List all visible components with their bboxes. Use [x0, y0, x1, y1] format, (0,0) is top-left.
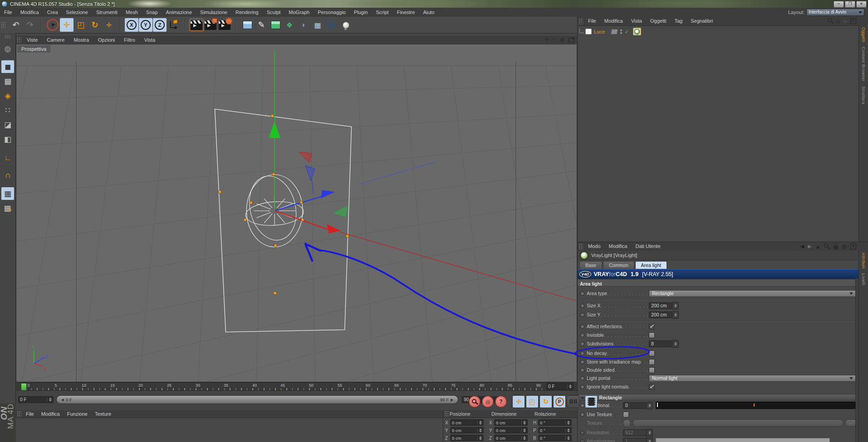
last-tool-button[interactable]: ✛ — [102, 18, 116, 32]
coordinate-system-button[interactable] — [167, 18, 181, 32]
viewport-3d[interactable]: Y Z X — [16, 44, 577, 382]
menu-sculpt[interactable]: Sculpt — [263, 8, 285, 17]
adaptiveness-field[interactable]: 1 — [623, 438, 647, 442]
anim-dot-icon[interactable] — [580, 304, 584, 308]
close-button[interactable]: × — [856, 1, 867, 8]
lock-x-axis-button[interactable]: X — [125, 18, 138, 32]
viewport-menu-viste[interactable]: Viste — [22, 36, 42, 44]
anim-dot-icon[interactable] — [580, 333, 584, 337]
add-panel-icon[interactable]: + — [850, 18, 856, 24]
add-spline-button[interactable]: ✎ — [255, 18, 268, 32]
move-tool-button[interactable]: ✛ — [60, 18, 74, 32]
minimize-button[interactable]: − — [834, 1, 844, 8]
object-tree-row[interactable]: Luce ✓ — [579, 28, 641, 35]
anim-dot-icon[interactable] — [580, 439, 584, 442]
add-modeling-object-button[interactable]: ❖ — [283, 18, 296, 32]
tab-area-light[interactable]: Area light — [635, 261, 667, 269]
range-start-field[interactable]: 0 F — [18, 396, 54, 403]
pos-z-field[interactable]: 0 cm — [450, 435, 484, 441]
texture-preview-button[interactable] — [623, 419, 631, 427]
menu-file[interactable]: File — [0, 8, 16, 17]
ignore-light-normals-checkbox[interactable] — [649, 384, 655, 390]
add-environment-button[interactable]: ▦ — [311, 18, 324, 32]
menu-mesh[interactable]: Mesh — [122, 8, 142, 17]
store-irradiance-checkbox[interactable] — [649, 359, 655, 365]
vray-tag-icon[interactable] — [633, 28, 641, 35]
om-menu-file[interactable]: File — [584, 17, 600, 25]
drag-grip-icon[interactable] — [444, 411, 449, 417]
adaptiveness-slider[interactable] — [656, 438, 830, 442]
add-primitive-cube-button[interactable] — [240, 18, 254, 32]
tab-content-browser[interactable]: Content Browser — [861, 47, 866, 82]
tab-attributi[interactable]: Attributi — [861, 253, 866, 269]
rotate-view-icon[interactable]: ↺ — [560, 36, 564, 44]
link-icon[interactable]: ∞ — [843, 18, 847, 24]
rot-b-field[interactable]: 0 ° — [538, 435, 572, 441]
polygons-mode-button[interactable]: ◧ — [1, 133, 14, 146]
toggle-view-icon[interactable] — [569, 38, 574, 43]
om-menu-oggetti[interactable]: Oggetti — [646, 17, 670, 25]
area-type-dropdown[interactable]: Rectangle — [649, 290, 856, 297]
anim-dot-icon[interactable] — [580, 291, 584, 296]
workplane-rotate-button[interactable]: ▦↻ — [1, 202, 14, 214]
model-mode-button[interactable]: ◼ — [1, 60, 14, 73]
menu-crea[interactable]: Crea — [43, 8, 62, 17]
render-picture-viewer-button[interactable] — [204, 19, 217, 31]
undo-button[interactable]: ↶ — [9, 18, 23, 32]
tab-struttura[interactable]: Struttura — [861, 86, 866, 104]
make-editable-button[interactable]: ◍ — [1, 42, 14, 55]
anim-dot-icon[interactable] — [580, 325, 584, 329]
rot-h-field[interactable]: 0 ° — [538, 419, 572, 426]
menu-finestre[interactable]: Finestre — [393, 8, 419, 17]
drag-grip-icon[interactable] — [17, 411, 21, 417]
menu-mograph[interactable]: MoGraph — [284, 8, 314, 17]
menu-snap[interactable]: Snap — [142, 8, 162, 17]
om-menu-tag[interactable]: Tag — [670, 17, 687, 25]
anim-dot-icon[interactable] — [580, 342, 584, 346]
current-frame-field[interactable]: 0 F — [546, 383, 574, 390]
anim-dot-icon[interactable] — [580, 431, 584, 435]
keyframe-help-button[interactable]: ? — [495, 396, 507, 408]
anim-dot-icon[interactable] — [580, 351, 584, 355]
directional-slider[interactable] — [656, 402, 855, 409]
drag-grip-icon[interactable] — [579, 18, 583, 24]
drag-grip-icon[interactable] — [1, 22, 5, 28]
timeline-ruler[interactable]: 0 5 10 15 20 25 30 35 40 45 50 55 60 65 … — [16, 382, 577, 391]
anim-dot-icon[interactable] — [580, 368, 584, 372]
subdivisions-field[interactable]: 8 — [649, 340, 672, 347]
search-icon[interactable] — [828, 18, 834, 24]
am-menu-modo[interactable]: Modo — [584, 242, 605, 251]
add-light-button[interactable] — [339, 18, 353, 32]
spinner-arrows[interactable] — [672, 302, 679, 310]
am-menu-modifica[interactable]: Modifica — [605, 242, 632, 251]
target-icon[interactable]: ◎ — [842, 243, 847, 250]
om-menu-segnalibri[interactable]: Segnalibri — [687, 17, 717, 25]
live-selection-button[interactable]: ➤ — [46, 18, 59, 32]
scale-tool-button[interactable]: ◰ — [74, 18, 88, 32]
zoom-view-icon[interactable]: ↕ — [553, 36, 556, 44]
light-portal-dropdown[interactable]: Normal light — [649, 375, 856, 382]
keyframe-selection-button[interactable] — [585, 395, 598, 408]
am-menu-dati-utente[interactable]: Dati Utente — [632, 242, 665, 251]
light-object-icon[interactable] — [585, 29, 592, 34]
viewport-menu-vista[interactable]: Vista — [140, 36, 160, 44]
lock-y-axis-button[interactable]: Y — [139, 18, 152, 32]
om-menu-modifica[interactable]: Modifica — [600, 17, 627, 25]
menu-personaggio[interactable]: Personaggio — [314, 8, 350, 17]
maximize-button[interactable]: ❐ — [845, 1, 855, 8]
double-sided-checkbox[interactable] — [649, 367, 655, 373]
menu-modifica[interactable]: Modifica — [16, 8, 43, 17]
om-menu-vista[interactable]: Vista — [627, 17, 646, 25]
render-settings-button[interactable] — [218, 19, 231, 31]
viewport-menu-camere[interactable]: Camere — [42, 36, 69, 44]
anim-dot-icon[interactable] — [580, 376, 584, 380]
render-view-button[interactable] — [190, 19, 203, 31]
dim-x-field[interactable]: 0 cm — [494, 419, 528, 426]
viewport-menu-mostra[interactable]: Mostra — [69, 36, 93, 44]
add-generator-button[interactable] — [269, 18, 282, 32]
texture-mode-button[interactable]: ▩ — [1, 75, 14, 87]
view-label[interactable]: Prospettiva — [17, 45, 50, 53]
use-texture-checkbox[interactable] — [623, 412, 629, 418]
key-parameter-button[interactable]: P — [553, 395, 566, 408]
anim-dot-icon[interactable] — [580, 360, 584, 364]
